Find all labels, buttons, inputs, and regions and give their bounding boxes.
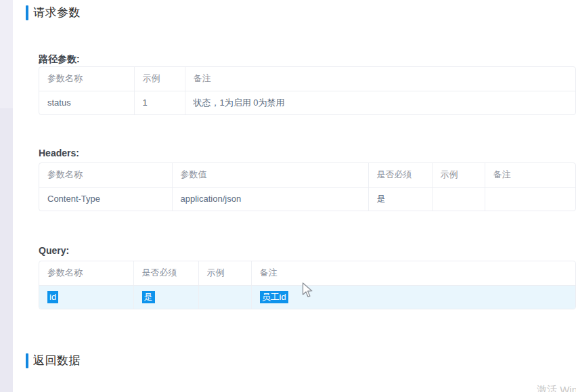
query-params-label: Query:	[39, 245, 576, 257]
table-cell: Content-Type	[39, 187, 172, 211]
column-header: 是否必须	[368, 163, 432, 187]
table-cell	[432, 187, 485, 211]
table-cell: application/json	[172, 187, 368, 211]
request-params-section-title: 请求参数	[26, 5, 576, 20]
headers-params-table: 参数名称参数值是否必须示例备注Content-Typeapplication/j…	[39, 162, 576, 211]
table-cell: id	[39, 285, 133, 309]
table-row: id是员工id	[39, 285, 575, 309]
headers-params-label: Headers:	[39, 148, 576, 159]
table-cell: 是	[368, 187, 432, 211]
column-header: 是否必须	[133, 261, 198, 285]
table-cell	[485, 187, 575, 211]
table-cell: status	[39, 91, 134, 114]
query-params-table: 参数名称是否必须示例备注id是员工id	[39, 261, 576, 309]
column-header: 参数名称	[39, 163, 172, 187]
selected-text: id	[47, 291, 58, 303]
column-header: 参数名称	[39, 261, 133, 285]
selected-text: 员工id	[260, 291, 288, 303]
response-data-section-title: 返回数据	[26, 353, 576, 368]
column-header: 参数值	[172, 163, 368, 187]
table-cell: 状态，1为启用 0为禁用	[185, 91, 575, 114]
left-panel-edge	[0, 0, 13, 392]
table-header-row: 参数名称是否必须示例备注	[39, 261, 575, 285]
section-accent-bar	[26, 353, 28, 368]
table-cell: 是	[133, 285, 198, 309]
table-row: Content-Typeapplication/json是	[39, 187, 575, 211]
column-header: 示例	[198, 261, 251, 285]
table-header-row: 参数名称示例备注	[39, 67, 575, 91]
column-header: 备注	[185, 67, 575, 91]
table-header-row: 参数名称参数值是否必须示例备注	[39, 163, 575, 187]
table-row: status1状态，1为启用 0为禁用	[39, 91, 575, 114]
column-header: 备注	[485, 163, 575, 187]
section-accent-bar	[26, 5, 28, 20]
selected-text: 是	[142, 291, 155, 303]
column-header: 示例	[432, 163, 485, 187]
table-cell: 员工id	[251, 285, 575, 309]
section-title-text: 返回数据	[33, 353, 81, 368]
table-cell	[198, 285, 251, 309]
column-header: 备注	[251, 261, 575, 285]
activate-windows-watermark: 激活 Windows	[537, 384, 576, 392]
path-params-label: 路径参数:	[39, 53, 576, 65]
left-panel-edge-top	[0, 0, 13, 108]
path-params-table: 参数名称示例备注status1状态，1为启用 0为禁用	[39, 66, 576, 115]
doc-content: 请求参数 路径参数: 参数名称示例备注status1状态，1为启用 0为禁用 H…	[26, 0, 576, 368]
section-title-text: 请求参数	[33, 5, 81, 20]
column-header: 参数名称	[39, 67, 134, 91]
table-cell: 1	[134, 91, 185, 114]
column-header: 示例	[134, 67, 185, 91]
